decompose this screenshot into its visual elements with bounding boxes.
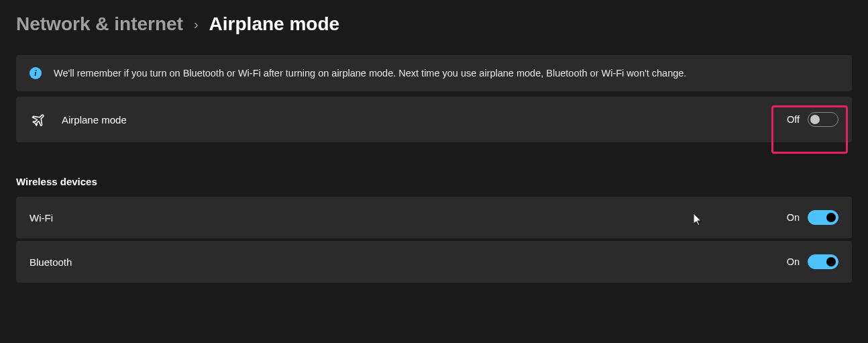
airplane-mode-label: Airplane mode: [62, 114, 787, 126]
airplane-mode-state: Off: [787, 114, 800, 125]
wifi-label: Wi-Fi: [30, 212, 787, 224]
info-icon: i: [30, 67, 42, 79]
bluetooth-label: Bluetooth: [30, 256, 787, 268]
wifi-state: On: [787, 212, 800, 223]
page-title: Airplane mode: [209, 13, 339, 35]
bluetooth-row: Bluetooth On: [16, 241, 852, 283]
breadcrumb: Network & internet › Airplane mode: [16, 13, 852, 35]
wifi-toggle-group: On: [787, 210, 838, 225]
bluetooth-state: On: [787, 256, 800, 267]
info-text: We'll remember if you turn on Bluetooth …: [54, 68, 686, 79]
section-header-wireless: Wireless devices: [16, 176, 852, 187]
bluetooth-toggle[interactable]: [808, 254, 838, 269]
airplane-mode-row: Airplane mode Off: [16, 97, 852, 142]
airplane-mode-toggle[interactable]: [808, 112, 838, 127]
airplane-icon: [30, 110, 48, 129]
wifi-toggle[interactable]: [808, 210, 838, 225]
wifi-row: Wi-Fi On: [16, 197, 852, 238]
bluetooth-toggle-group: On: [787, 254, 838, 269]
breadcrumb-parent[interactable]: Network & internet: [16, 13, 183, 35]
chevron-right-icon: ›: [194, 17, 199, 32]
airplane-mode-toggle-group: Off: [787, 112, 838, 127]
info-banner: i We'll remember if you turn on Bluetoot…: [16, 55, 852, 91]
